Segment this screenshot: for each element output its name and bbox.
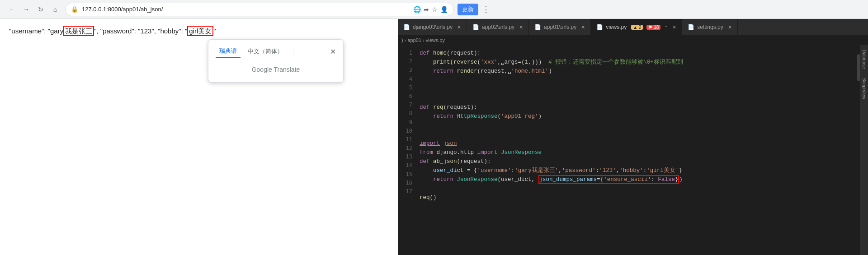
address-icons: 🌐 ➦ ☆ 👤	[413, 6, 448, 13]
translate-popup: 瑞典语 中文（简体） ⋮ ✕ Google Translate	[208, 39, 344, 83]
code-line-5	[420, 85, 855, 94]
tab-py-icon: 📄	[403, 24, 410, 30]
error-badge: ⚑ 18	[646, 25, 660, 30]
tab-settings[interactable]: 📄 settings.py ✕	[682, 19, 737, 35]
tab-py-icon3: 📄	[534, 24, 541, 30]
code-line-10	[420, 130, 855, 139]
code-line-16	[420, 184, 855, 193]
tab-py-icon2: 📄	[472, 24, 479, 30]
code-line-6	[420, 94, 855, 103]
browser-panel: "username": "gary我是张三", "password": "123…	[0, 19, 398, 255]
tab-label-app02: app02\urls.py	[482, 24, 514, 30]
tab-py-icon4: 📄	[596, 24, 603, 30]
code-line-8: return HttpResponse('app01 reg')	[420, 112, 855, 121]
translate-google-text: Google Translate	[216, 62, 336, 77]
code-line-2: print(reverse('xxx',␣args=(1,))) # 报错：还需…	[420, 58, 855, 67]
line-num: 10	[398, 127, 412, 135]
line-num: 13	[398, 153, 412, 161]
scrollbar-thumb	[857, 54, 860, 81]
code-line-17: req()	[420, 193, 855, 202]
line-num: 7	[398, 101, 412, 109]
code-line-9	[420, 121, 855, 130]
tab-label-django03: django03\urls.py	[413, 24, 453, 30]
line-num: 11	[398, 135, 412, 144]
home-button[interactable]: ⌂	[49, 3, 61, 16]
line-num: 6	[398, 92, 412, 101]
ide-panel: 📄 django03\urls.py ✕ 📄 app02\urls.py ✕ 📄…	[398, 19, 868, 255]
tab-close-django03[interactable]: ✕	[457, 24, 461, 30]
browser-chrome: ← → ↻ ⌂ 🔒 127.0.0.1:8000/app01/ab_json/ …	[0, 0, 868, 19]
tab-close-app02[interactable]: ✕	[519, 24, 523, 30]
chevron-up-icon: ⌃	[664, 25, 668, 30]
translate-tab-swedish[interactable]: 瑞典语	[216, 45, 241, 58]
tab-close-views[interactable]: ✕	[672, 24, 676, 30]
side-panel: Database ScriptView	[860, 45, 868, 255]
share-icon: ➦	[424, 6, 429, 13]
line-num: 12	[398, 144, 412, 153]
profile-icon: 👤	[440, 6, 448, 13]
ide-tabs: 📄 django03\urls.py ✕ 📄 app02\urls.py ✕ 📄…	[398, 19, 868, 35]
translate-header: 瑞典语 中文（简体） ⋮ ✕	[216, 45, 336, 58]
line-num: 16	[398, 179, 412, 187]
url-text: 127.0.0.1:8000/app01/ab_json/	[82, 6, 410, 13]
line-num: 15	[398, 170, 412, 179]
line-num: 17	[398, 187, 412, 196]
nav-buttons: ← → ↻ ⌂	[5, 3, 61, 16]
translate-tab-chinese[interactable]: 中文（简体）	[244, 46, 287, 57]
tab-django03-urls[interactable]: 📄 django03\urls.py ✕	[398, 19, 467, 35]
warning-badge: ▲ 2	[631, 25, 643, 30]
ide-content: 1 2 3 4 5 6 7 8 9 10 11 12 13 14 15 16 1…	[398, 45, 868, 255]
reload-button[interactable]: ↻	[34, 3, 47, 16]
database-panel-label[interactable]: Database	[861, 45, 868, 74]
scriptview-panel-label[interactable]: ScriptView	[861, 74, 868, 104]
scrollbar[interactable]	[855, 45, 860, 255]
code-line-3: return render(request,␣'home.html')	[420, 67, 855, 76]
json-middle: ", "password": "123", "hobby": "	[94, 27, 187, 35]
breadcrumb-app01: ) › app01 › views.py	[401, 37, 445, 43]
tab-separator: ⋮	[290, 47, 297, 56]
tab-label-settings: settings.py	[697, 24, 723, 30]
update-button[interactable]: 更新	[458, 4, 478, 15]
line-num: 14	[398, 161, 412, 170]
tab-app01-urls[interactable]: 📄 app01\urls.py ✕	[529, 19, 591, 35]
json-suffix: "	[213, 27, 216, 35]
highlight-chinese-name: 我是张三	[63, 26, 94, 36]
line-num: 1	[398, 49, 412, 57]
tab-py-icon5: 📄	[688, 24, 694, 30]
line-num: 9	[398, 118, 412, 127]
code-line-7: def req(request):	[420, 103, 855, 112]
code-line-4	[420, 76, 855, 85]
tab-close-settings[interactable]: ✕	[728, 24, 732, 30]
line-num: 3	[398, 66, 412, 74]
tab-app02-urls[interactable]: 📄 app02\urls.py ✕	[467, 19, 529, 35]
tab-label-app01: app01\urls.py	[544, 24, 576, 30]
breadcrumb-bar: ) › app01 › views.py	[398, 35, 868, 45]
line-num: 4	[398, 75, 412, 83]
lock-icon: 🔒	[71, 6, 78, 13]
main-content: "username": "gary我是张三", "password": "123…	[0, 19, 868, 255]
code-line-12: from django.http import JsonResponse	[420, 148, 855, 157]
star-icon: ☆	[432, 6, 438, 13]
tab-views[interactable]: 📄 views.py ▲ 2 ⚑ 18 ⌃ ✕	[591, 19, 682, 35]
line-num: 2	[398, 57, 412, 66]
line-num: 8	[398, 109, 412, 118]
code-line-11: import json	[420, 139, 855, 148]
line-num: 5	[398, 83, 412, 92]
forward-button[interactable]: →	[20, 3, 33, 16]
code-area[interactable]: def home(request): print(reverse('xxx',␣…	[416, 45, 855, 255]
json-prefix: "username": "gary	[9, 27, 63, 35]
back-button[interactable]: ←	[5, 3, 18, 16]
translate-close-button[interactable]: ✕	[330, 47, 336, 56]
line-numbers: 1 2 3 4 5 6 7 8 9 10 11 12 13 14 15 16 1…	[398, 45, 416, 255]
code-line-15: return JsonResponse(user_dict, json_dump…	[420, 175, 855, 184]
tab-label-views: views.py	[606, 24, 627, 30]
code-line-1: def home(request):	[420, 49, 855, 58]
code-line-14: user_dict = {'username':'gary我是张三','pass…	[420, 166, 855, 175]
menu-button[interactable]: ⋮	[482, 5, 490, 14]
address-bar[interactable]: 🔒 127.0.0.1:8000/app01/ab_json/ 🌐 ➦ ☆ 👤	[65, 3, 454, 16]
code-line-13: def ab_json(request):	[420, 157, 855, 166]
highlight-hobby: girl美女	[187, 26, 213, 36]
translate-icon: 🌐	[413, 6, 421, 13]
tab-close-app01[interactable]: ✕	[581, 24, 585, 30]
